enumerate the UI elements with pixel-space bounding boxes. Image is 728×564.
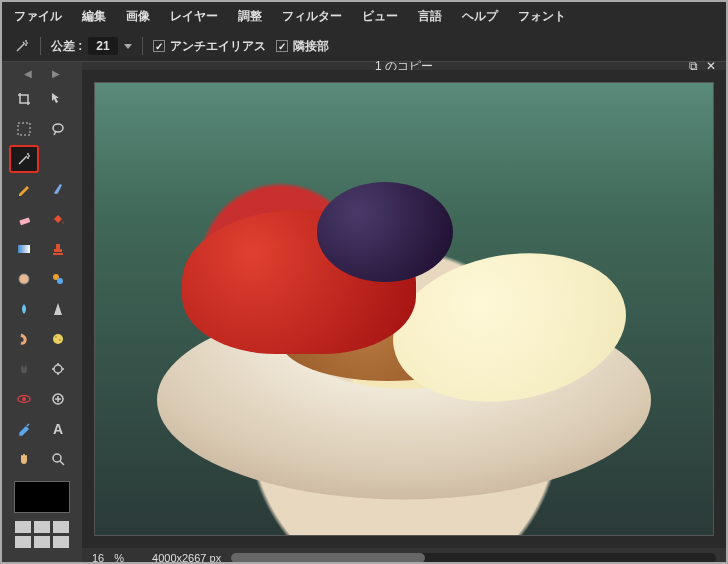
menu-item[interactable]: 言語 [418,8,442,25]
svg-rect-2 [19,217,30,225]
svg-point-12 [22,397,26,401]
svg-point-8 [55,336,57,338]
crop-icon[interactable] [11,87,37,111]
bucket-icon[interactable] [45,207,71,231]
tolerance-label: 公差 : [51,38,82,55]
menu-item[interactable]: フォント [518,8,566,25]
pencil-icon[interactable] [11,177,37,201]
marquee-icon[interactable] [11,117,37,141]
canvas-area: 1 のコピー ⧉ ✕ 16 % 4000x2667 px [82,62,726,564]
contiguous-checkbox[interactable]: ✓ 隣接部 [276,38,329,55]
status-bar: 16 % 4000x2667 px [82,548,726,564]
antialias-checkbox[interactable]: ✓ アンチエイリアス [153,38,266,55]
hand-icon[interactable] [11,447,37,471]
lasso-icon[interactable] [45,117,71,141]
stamp-icon[interactable] [45,237,71,261]
svg-point-1 [53,124,63,132]
menu-item[interactable]: 画像 [126,8,150,25]
foreground-color-swatch[interactable] [14,481,70,513]
redeye-icon[interactable] [11,387,37,411]
replace-icon[interactable] [45,267,71,291]
contiguous-label: 隣接部 [293,38,329,55]
svg-point-7 [53,334,63,344]
menu-item[interactable]: レイヤー [170,8,218,25]
canvas-viewport[interactable] [82,70,726,548]
canvas-image[interactable] [94,82,714,536]
menu-item[interactable]: フィルター [282,8,342,25]
arrow-left-icon[interactable]: ◀ [24,68,32,79]
zoom-value[interactable]: 16 [92,552,104,564]
check-icon: ✓ [153,40,165,52]
move-icon[interactable] [45,87,71,111]
svg-rect-3 [18,245,30,253]
tolerance-control[interactable]: 公差 : 21 [51,37,132,55]
separator [40,37,41,55]
svg-point-6 [57,278,63,284]
horizontal-scrollbar[interactable] [231,553,716,563]
menu-item[interactable]: 調整 [238,8,262,25]
svg-text:A: A [53,421,63,437]
tolerance-value[interactable]: 21 [88,37,117,55]
chevron-down-icon[interactable] [124,44,132,49]
tool-panel: ◀ ▶ A [2,62,82,564]
blur-icon[interactable] [11,297,37,321]
canvas-titlebar: 1 のコピー ⧉ ✕ [82,62,726,70]
check-icon: ✓ [276,40,288,52]
gradient-icon[interactable] [11,237,37,261]
tool-options-bar: 公差 : 21 ✓ アンチエイリアス ✓ 隣接部 [2,31,726,62]
zoom-unit: % [114,552,124,564]
antialias-label: アンチエイリアス [170,38,266,55]
svg-point-4 [19,274,29,284]
separator [142,37,143,55]
sharpen-icon[interactable] [45,297,71,321]
brush-icon[interactable] [45,177,71,201]
svg-point-9 [59,339,61,341]
svg-point-15 [53,454,61,462]
type-icon[interactable]: A [45,417,71,441]
wand-icon [14,38,30,54]
sponge-icon[interactable] [45,327,71,351]
smudge-icon[interactable] [11,327,37,351]
empty [45,147,71,171]
menu-item[interactable]: ヘルプ [462,8,498,25]
dodge-icon[interactable] [45,357,71,381]
eraser-icon[interactable] [11,207,37,231]
swatch-grid[interactable] [15,521,69,548]
svg-rect-0 [18,123,30,135]
wand-icon[interactable] [9,145,39,173]
svg-point-10 [54,365,62,373]
zoom-icon[interactable] [45,447,71,471]
menu-bar: ファイル編集画像レイヤー調整フィルタービュー言語ヘルプフォント [2,2,726,31]
eyedropper-icon[interactable] [11,417,37,441]
panel-collapse-arrows[interactable]: ◀ ▶ [24,68,60,79]
pinch-icon[interactable] [45,387,71,411]
arrow-right-icon[interactable]: ▶ [52,68,60,79]
canvas-dimensions: 4000x2667 px [152,552,221,564]
menu-item[interactable]: ビュー [362,8,398,25]
burn-icon[interactable] [11,357,37,381]
heal-icon[interactable] [11,267,37,291]
menu-item[interactable]: 編集 [82,8,106,25]
menu-item[interactable]: ファイル [14,8,62,25]
